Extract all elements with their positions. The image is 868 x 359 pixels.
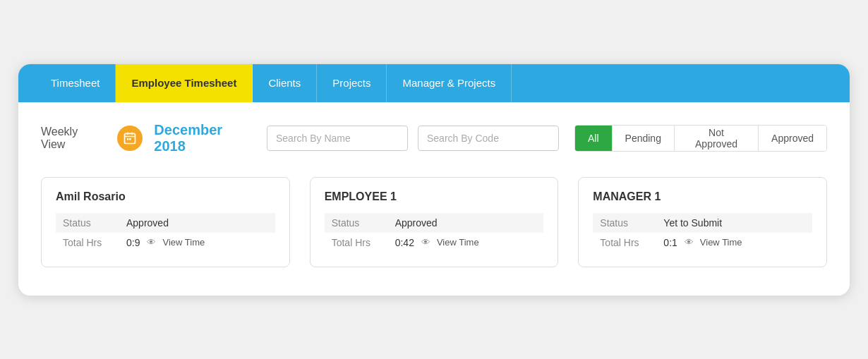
status-label-0: Status <box>56 213 119 233</box>
table-row: Total Hrs 0:9 👁 View Time <box>56 233 275 252</box>
table-row: Status Approved <box>325 213 544 233</box>
status-value-1: Approved <box>388 213 544 233</box>
nav-projects[interactable]: Projects <box>317 64 387 102</box>
eye-icon-2: 👁 <box>685 237 694 248</box>
card-name-2: MANAGER 1 <box>593 190 812 203</box>
view-time-link-2[interactable]: 👁 View Time <box>685 237 742 248</box>
toolbar: Weekly View December 2018 All Pending No… <box>41 122 827 154</box>
app-container: Timesheet Employee Timesheet Clients Pro… <box>18 63 850 296</box>
hours-value-1: 0:42 <box>395 237 414 248</box>
card-name-0: Amil Rosario <box>56 190 275 203</box>
search-by-name-input[interactable] <box>267 126 408 151</box>
status-value-0: Approved <box>119 213 275 233</box>
svg-rect-4 <box>127 138 129 140</box>
hours-label-0: Total Hrs <box>56 233 119 252</box>
card-table-1: Status Approved Total Hrs 0:42 👁 View Ti… <box>325 213 544 252</box>
hours-value-0: 0:9 <box>126 237 140 248</box>
hours-value-cell-2: 0:1 👁 View Time <box>656 233 812 252</box>
weekly-view-label: Weekly View <box>41 126 104 151</box>
hours-value-cell-1: 0:42 👁 View Time <box>388 233 544 252</box>
cards-row: Amil Rosario Status Approved Total Hrs 0… <box>41 177 827 267</box>
hours-label-1: Total Hrs <box>325 233 388 252</box>
card-table-0: Status Approved Total Hrs 0:9 👁 View Tim… <box>56 213 275 252</box>
svg-rect-5 <box>129 138 131 140</box>
employee-card-2: MANAGER 1 Status Yet to Submit Total Hrs… <box>578 177 827 267</box>
filter-all-button[interactable]: All <box>575 126 613 151</box>
status-label-1: Status <box>325 213 388 233</box>
nav-manager-projects[interactable]: Manager & Projects <box>387 64 512 102</box>
status-label-2: Status <box>593 213 656 233</box>
employee-card-1: EMPLOYEE 1 Status Approved Total Hrs 0:4… <box>310 177 559 267</box>
nav-timesheet[interactable]: Timesheet <box>35 64 116 102</box>
date-label: December 2018 <box>154 122 257 154</box>
employee-card-0: Amil Rosario Status Approved Total Hrs 0… <box>41 177 290 267</box>
hours-label-2: Total Hrs <box>593 233 656 252</box>
nav-employee-timesheet[interactable]: Employee Timesheet <box>116 64 253 102</box>
status-value-2: Yet to Submit <box>656 213 812 233</box>
eye-icon-1: 👁 <box>421 237 430 248</box>
hours-value-2: 0:1 <box>663 237 677 248</box>
table-row: Total Hrs 0:1 👁 View Time <box>593 233 812 252</box>
filter-not-approved-button[interactable]: Not Approved <box>675 126 759 151</box>
nav-clients[interactable]: Clients <box>253 64 317 102</box>
view-time-link-0[interactable]: 👁 View Time <box>147 237 205 248</box>
eye-icon-0: 👁 <box>147 237 156 248</box>
filter-group: All Pending Not Approved Approved <box>574 125 827 152</box>
table-row: Status Yet to Submit <box>593 213 812 233</box>
card-name-1: EMPLOYEE 1 <box>325 190 544 203</box>
content-area: Weekly View December 2018 All Pending No… <box>18 102 850 296</box>
navbar: Timesheet Employee Timesheet Clients Pro… <box>18 64 850 102</box>
table-row: Status Approved <box>56 213 275 233</box>
view-time-link-1[interactable]: 👁 View Time <box>421 237 479 248</box>
filter-pending-button[interactable]: Pending <box>613 126 675 151</box>
calendar-icon <box>123 131 137 145</box>
card-table-2: Status Yet to Submit Total Hrs 0:1 👁 Vie… <box>593 213 812 252</box>
search-by-code-input[interactable] <box>418 126 559 151</box>
hours-value-cell-0: 0:9 👁 View Time <box>119 233 275 252</box>
calendar-icon-button[interactable] <box>117 126 143 151</box>
filter-approved-button[interactable]: Approved <box>759 126 826 151</box>
table-row: Total Hrs 0:42 👁 View Time <box>325 233 544 252</box>
